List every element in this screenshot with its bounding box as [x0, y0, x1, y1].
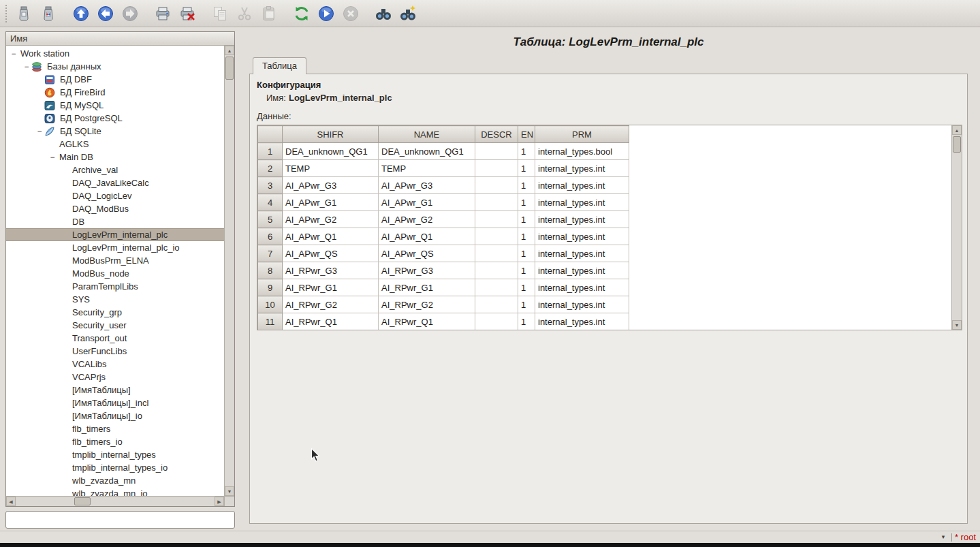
tree-item-бд-sqlite[interactable]: −БД SQLite — [6, 125, 224, 138]
find-next-button[interactable] — [398, 3, 418, 24]
tree-item--имятаблицы-[interactable]: [ИмяТаблицы] — [6, 384, 224, 396]
tree-item-бд-dbf[interactable]: БД DBF — [6, 73, 224, 86]
tree-item-modbus_node[interactable]: ModBus_node — [6, 267, 224, 280]
cell-en-7[interactable]: 1 — [518, 245, 535, 262]
scroll-down-arrow-icon[interactable]: ▼ — [225, 486, 234, 496]
cell-en-3[interactable]: 1 — [518, 177, 535, 194]
cell-descr-2[interactable] — [475, 160, 518, 177]
status-combo-button[interactable]: ▾ — [938, 533, 949, 542]
scrollbar-track[interactable] — [225, 55, 234, 486]
cell-descr-7[interactable] — [475, 245, 518, 262]
tab-table[interactable]: Таблица — [253, 57, 306, 74]
column-header-shifr[interactable]: SHIFR — [283, 126, 379, 143]
cell-prm-11[interactable]: internal_types.int — [535, 313, 629, 330]
tree-vertical-scrollbar[interactable]: ▲ ▼ — [224, 46, 234, 496]
column-header-prm[interactable]: PRM — [535, 126, 629, 143]
cell-en-5[interactable]: 1 — [518, 211, 535, 228]
collapse-icon[interactable]: − — [35, 127, 44, 136]
splitter-handle[interactable] — [240, 27, 245, 531]
column-header-name[interactable]: NAME — [379, 126, 475, 143]
cell-en-2[interactable]: 1 — [518, 160, 535, 177]
cell-en-1[interactable]: 1 — [518, 143, 535, 160]
tree-item-loglevprm_internal_plc[interactable]: LogLevPrm_internal_plc — [6, 228, 224, 241]
cell-name-10[interactable]: AI_RPwr_G2 — [379, 296, 475, 313]
tree-item-security_grp[interactable]: Security_grp — [6, 306, 224, 319]
row-header-7[interactable]: 7 — [258, 245, 283, 262]
tree-item-main-db[interactable]: −Main DB — [6, 151, 224, 163]
column-header-descr[interactable]: DESCR — [475, 126, 518, 143]
delete-item-button[interactable] — [177, 3, 197, 24]
tree-item-sys[interactable]: SYS — [6, 293, 224, 306]
cell-en-8[interactable]: 1 — [518, 262, 535, 279]
cell-descr-8[interactable] — [475, 262, 518, 279]
tree-item-бд-firebird[interactable]: БД FireBird — [6, 86, 224, 99]
tree-item-security_user[interactable]: Security_user — [6, 319, 224, 332]
cell-descr-5[interactable] — [475, 211, 518, 228]
tree-item--имятаблицы-_incl[interactable]: [ИмяТаблицы]_incl — [6, 396, 224, 409]
tree-item-aglks[interactable]: AGLKS — [6, 138, 224, 151]
scroll-up-arrow-icon[interactable]: ▲ — [225, 46, 234, 55]
tree-item-vcaprjs[interactable]: VCAPrjs — [6, 371, 224, 384]
cell-shifr-1[interactable]: DEA_unknown_QG1 — [283, 143, 379, 160]
cell-shifr-6[interactable]: AI_APwr_Q1 — [283, 228, 379, 245]
cell-descr-1[interactable] — [475, 143, 518, 160]
cell-name-2[interactable]: TEMP — [379, 160, 475, 177]
tree-item--имятаблицы-_io[interactable]: [ИмяТаблицы]_io — [6, 409, 224, 422]
cell-en-4[interactable]: 1 — [518, 194, 535, 211]
tree-item-db[interactable]: DB — [6, 215, 224, 228]
scroll-up-arrow-icon[interactable]: ▲ — [952, 125, 962, 135]
row-header-4[interactable]: 4 — [258, 194, 283, 211]
start-updating-button[interactable] — [316, 3, 336, 24]
cell-prm-5[interactable]: internal_types.int — [535, 211, 629, 228]
row-header-6[interactable]: 6 — [258, 228, 283, 245]
collapse-icon[interactable]: − — [22, 62, 31, 72]
cell-name-4[interactable]: AI_APwr_G1 — [379, 194, 475, 211]
table-vertical-scrollbar[interactable]: ▲ ▼ — [951, 125, 962, 330]
row-header-10[interactable]: 10 — [258, 296, 283, 313]
cell-shifr-10[interactable]: AI_RPwr_G2 — [283, 296, 379, 313]
tree-filter-input[interactable] — [5, 511, 235, 529]
cell-en-6[interactable]: 1 — [518, 228, 535, 245]
cell-descr-6[interactable] — [475, 228, 518, 245]
tree-item-work-station[interactable]: −Work station — [6, 47, 224, 60]
cell-name-11[interactable]: AI_RPwr_Q1 — [379, 313, 475, 330]
cell-prm-10[interactable]: internal_types.int — [535, 296, 629, 313]
cell-prm-8[interactable]: internal_types.int — [535, 262, 629, 279]
tree-item-paramtempllibs[interactable]: ParamTemplLibs — [6, 280, 224, 293]
cell-descr-11[interactable] — [475, 313, 518, 330]
scrollbar-thumb[interactable] — [225, 57, 234, 80]
tree-item-tmplib_internal_types[interactable]: tmplib_internal_types — [6, 448, 224, 461]
cell-prm-6[interactable]: internal_types.int — [535, 228, 629, 245]
tree-item-daq_javalikecalc[interactable]: DAQ_JavaLikeCalc — [6, 176, 224, 189]
scroll-right-arrow-icon[interactable]: ▶ — [215, 497, 224, 506]
tree-item-бд-postgresql[interactable]: БД PostgreSQL — [6, 112, 224, 125]
cell-prm-1[interactable]: internal_types.bool — [535, 143, 629, 160]
cell-name-1[interactable]: DEA_unknown_QG1 — [379, 143, 475, 160]
row-header-5[interactable]: 5 — [258, 211, 283, 228]
row-header-8[interactable]: 8 — [258, 262, 283, 279]
row-header-2[interactable]: 2 — [258, 160, 283, 177]
tree-horizontal-scrollbar[interactable]: ◀ ▶ — [6, 497, 224, 506]
scrollbar-thumb[interactable] — [953, 136, 961, 153]
cell-name-7[interactable]: AI_APwr_QS — [379, 245, 475, 262]
row-header-3[interactable]: 3 — [258, 177, 283, 194]
tree-item-daq_modbus[interactable]: DAQ_ModBus — [6, 202, 224, 215]
cell-shifr-2[interactable]: TEMP — [283, 160, 379, 177]
scroll-down-arrow-icon[interactable]: ▼ — [952, 320, 962, 330]
refresh-button[interactable] — [291, 3, 312, 24]
row-header-11[interactable]: 11 — [258, 313, 283, 330]
cell-en-9[interactable]: 1 — [518, 279, 535, 296]
cell-prm-7[interactable]: internal_types.int — [535, 245, 629, 262]
scrollbar-thumb[interactable] — [74, 497, 91, 505]
scrollbar-track[interactable] — [16, 497, 215, 506]
tree-item-loglevprm_internal_plc_io[interactable]: LogLevPrm_internal_plc_io — [6, 241, 224, 254]
cell-name-5[interactable]: AI_APwr_G2 — [379, 211, 475, 228]
row-header-1[interactable]: 1 — [258, 143, 283, 160]
tree-item-базы-данных[interactable]: −Базы данных — [6, 60, 224, 73]
go-back-button[interactable] — [95, 3, 116, 24]
cell-prm-9[interactable]: internal_types.int — [535, 279, 629, 296]
tree-item-vcalibs[interactable]: VCALibs — [6, 358, 224, 371]
cell-shifr-9[interactable]: AI_RPwr_G1 — [283, 279, 379, 296]
column-header-en[interactable]: EN — [518, 126, 535, 143]
save-to-db-button[interactable] — [38, 3, 59, 24]
